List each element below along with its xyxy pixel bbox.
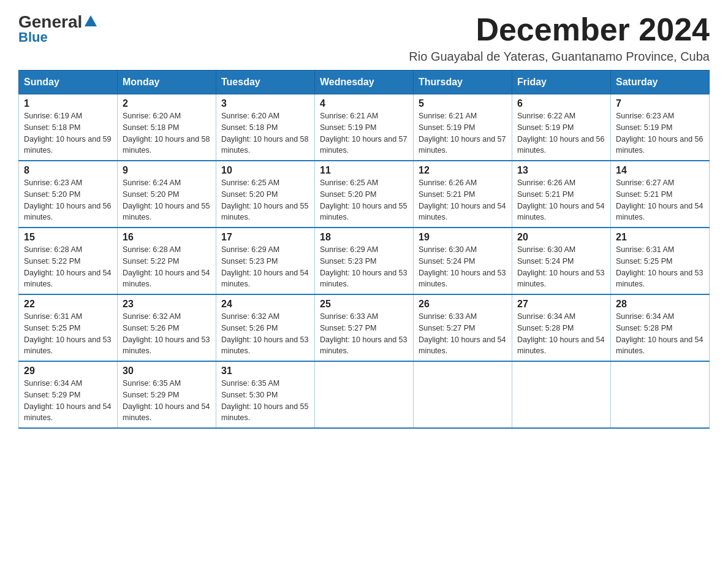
page-header: General Blue December 2024 Rio Guayabal … bbox=[18, 12, 710, 64]
calendar-week-row: 1Sunrise: 6:19 AMSunset: 5:18 PMDaylight… bbox=[19, 94, 710, 161]
calendar-cell: 1Sunrise: 6:19 AMSunset: 5:18 PMDaylight… bbox=[19, 94, 118, 161]
month-title: December 2024 bbox=[409, 12, 710, 47]
day-number: 25 bbox=[320, 299, 408, 310]
day-number: 23 bbox=[123, 299, 211, 310]
day-info: Sunrise: 6:22 AMSunset: 5:19 PMDaylight:… bbox=[517, 110, 605, 156]
day-number: 10 bbox=[221, 165, 309, 176]
day-info: Sunrise: 6:25 AMSunset: 5:20 PMDaylight:… bbox=[320, 177, 408, 223]
calendar-cell: 23Sunrise: 6:32 AMSunset: 5:26 PMDayligh… bbox=[118, 294, 216, 361]
day-info: Sunrise: 6:32 AMSunset: 5:26 PMDaylight:… bbox=[123, 311, 211, 357]
day-info: Sunrise: 6:23 AMSunset: 5:20 PMDaylight:… bbox=[24, 177, 112, 223]
calendar-cell: 30Sunrise: 6:35 AMSunset: 5:29 PMDayligh… bbox=[118, 361, 216, 428]
calendar-table: SundayMondayTuesdayWednesdayThursdayFrid… bbox=[18, 70, 710, 429]
calendar-cell: 5Sunrise: 6:21 AMSunset: 5:19 PMDaylight… bbox=[414, 94, 512, 161]
calendar-cell: 25Sunrise: 6:33 AMSunset: 5:27 PMDayligh… bbox=[315, 294, 414, 361]
day-number: 9 bbox=[123, 165, 211, 176]
day-number: 8 bbox=[24, 165, 112, 176]
day-number: 17 bbox=[221, 232, 309, 243]
day-info: Sunrise: 6:21 AMSunset: 5:19 PMDaylight:… bbox=[419, 110, 507, 156]
day-number: 16 bbox=[123, 232, 211, 243]
calendar-cell bbox=[512, 361, 611, 428]
day-number: 26 bbox=[419, 299, 507, 310]
day-number: 30 bbox=[123, 366, 211, 377]
calendar-cell: 28Sunrise: 6:34 AMSunset: 5:28 PMDayligh… bbox=[611, 294, 710, 361]
calendar-header-sunday: Sunday bbox=[19, 71, 118, 94]
day-number: 13 bbox=[517, 165, 605, 176]
calendar-cell bbox=[315, 361, 414, 428]
logo-triangle-icon bbox=[85, 15, 97, 26]
day-info: Sunrise: 6:29 AMSunset: 5:23 PMDaylight:… bbox=[320, 244, 408, 290]
calendar-header-row: SundayMondayTuesdayWednesdayThursdayFrid… bbox=[19, 71, 710, 94]
calendar-cell: 17Sunrise: 6:29 AMSunset: 5:23 PMDayligh… bbox=[216, 228, 315, 294]
day-number: 22 bbox=[24, 299, 112, 310]
calendar-cell: 16Sunrise: 6:28 AMSunset: 5:22 PMDayligh… bbox=[118, 228, 216, 294]
day-info: Sunrise: 6:33 AMSunset: 5:27 PMDaylight:… bbox=[419, 311, 507, 357]
day-number: 12 bbox=[419, 165, 507, 176]
calendar-cell: 7Sunrise: 6:23 AMSunset: 5:19 PMDaylight… bbox=[611, 94, 710, 161]
day-number: 11 bbox=[320, 165, 408, 176]
day-number: 1 bbox=[24, 98, 112, 109]
day-info: Sunrise: 6:23 AMSunset: 5:19 PMDaylight:… bbox=[616, 110, 704, 156]
calendar-header-monday: Monday bbox=[118, 71, 216, 94]
day-info: Sunrise: 6:26 AMSunset: 5:21 PMDaylight:… bbox=[419, 177, 507, 223]
day-number: 7 bbox=[616, 98, 704, 109]
day-number: 29 bbox=[24, 366, 112, 377]
day-info: Sunrise: 6:20 AMSunset: 5:18 PMDaylight:… bbox=[123, 110, 211, 156]
day-number: 6 bbox=[517, 98, 605, 109]
day-number: 31 bbox=[221, 366, 309, 377]
calendar-header-tuesday: Tuesday bbox=[216, 71, 315, 94]
calendar-cell: 8Sunrise: 6:23 AMSunset: 5:20 PMDaylight… bbox=[19, 161, 118, 228]
calendar-cell: 20Sunrise: 6:30 AMSunset: 5:24 PMDayligh… bbox=[512, 228, 611, 294]
calendar-header-saturday: Saturday bbox=[611, 71, 710, 94]
day-number: 5 bbox=[419, 98, 507, 109]
calendar-cell: 15Sunrise: 6:28 AMSunset: 5:22 PMDayligh… bbox=[19, 228, 118, 294]
calendar-header-thursday: Thursday bbox=[414, 71, 512, 94]
day-info: Sunrise: 6:21 AMSunset: 5:19 PMDaylight:… bbox=[320, 110, 408, 156]
location-title: Rio Guayabal de Yateras, Guantanamo Prov… bbox=[409, 50, 710, 64]
calendar-cell: 21Sunrise: 6:31 AMSunset: 5:25 PMDayligh… bbox=[611, 228, 710, 294]
logo: General Blue bbox=[18, 12, 97, 45]
day-info: Sunrise: 6:28 AMSunset: 5:22 PMDaylight:… bbox=[24, 244, 112, 290]
day-info: Sunrise: 6:25 AMSunset: 5:20 PMDaylight:… bbox=[221, 177, 309, 223]
calendar-week-row: 22Sunrise: 6:31 AMSunset: 5:25 PMDayligh… bbox=[19, 294, 710, 361]
day-info: Sunrise: 6:35 AMSunset: 5:29 PMDaylight:… bbox=[123, 378, 211, 424]
calendar-cell: 11Sunrise: 6:25 AMSunset: 5:20 PMDayligh… bbox=[315, 161, 414, 228]
calendar-cell: 10Sunrise: 6:25 AMSunset: 5:20 PMDayligh… bbox=[216, 161, 315, 228]
day-info: Sunrise: 6:35 AMSunset: 5:30 PMDaylight:… bbox=[221, 378, 309, 424]
calendar-cell: 13Sunrise: 6:26 AMSunset: 5:21 PMDayligh… bbox=[512, 161, 611, 228]
day-number: 20 bbox=[517, 232, 605, 243]
calendar-week-row: 15Sunrise: 6:28 AMSunset: 5:22 PMDayligh… bbox=[19, 228, 710, 294]
day-info: Sunrise: 6:20 AMSunset: 5:18 PMDaylight:… bbox=[221, 110, 309, 156]
day-info: Sunrise: 6:26 AMSunset: 5:21 PMDaylight:… bbox=[517, 177, 605, 223]
day-info: Sunrise: 6:34 AMSunset: 5:29 PMDaylight:… bbox=[24, 378, 112, 424]
day-number: 3 bbox=[221, 98, 309, 109]
day-number: 19 bbox=[419, 232, 507, 243]
day-info: Sunrise: 6:31 AMSunset: 5:25 PMDaylight:… bbox=[616, 244, 704, 290]
day-info: Sunrise: 6:30 AMSunset: 5:24 PMDaylight:… bbox=[419, 244, 507, 290]
calendar-cell bbox=[611, 361, 710, 428]
day-info: Sunrise: 6:31 AMSunset: 5:25 PMDaylight:… bbox=[24, 311, 112, 357]
day-number: 24 bbox=[221, 299, 309, 310]
calendar-cell: 3Sunrise: 6:20 AMSunset: 5:18 PMDaylight… bbox=[216, 94, 315, 161]
day-number: 14 bbox=[616, 165, 704, 176]
calendar-header-friday: Friday bbox=[512, 71, 611, 94]
calendar-cell: 31Sunrise: 6:35 AMSunset: 5:30 PMDayligh… bbox=[216, 361, 315, 428]
calendar-cell: 18Sunrise: 6:29 AMSunset: 5:23 PMDayligh… bbox=[315, 228, 414, 294]
day-info: Sunrise: 6:24 AMSunset: 5:20 PMDaylight:… bbox=[123, 177, 211, 223]
day-info: Sunrise: 6:29 AMSunset: 5:23 PMDaylight:… bbox=[221, 244, 309, 290]
calendar-cell: 26Sunrise: 6:33 AMSunset: 5:27 PMDayligh… bbox=[414, 294, 512, 361]
calendar-cell: 9Sunrise: 6:24 AMSunset: 5:20 PMDaylight… bbox=[118, 161, 216, 228]
day-number: 4 bbox=[320, 98, 408, 109]
calendar-cell: 6Sunrise: 6:22 AMSunset: 5:19 PMDaylight… bbox=[512, 94, 611, 161]
calendar-cell bbox=[414, 361, 512, 428]
day-info: Sunrise: 6:34 AMSunset: 5:28 PMDaylight:… bbox=[517, 311, 605, 357]
day-number: 15 bbox=[24, 232, 112, 243]
day-info: Sunrise: 6:28 AMSunset: 5:22 PMDaylight:… bbox=[123, 244, 211, 290]
calendar-week-row: 29Sunrise: 6:34 AMSunset: 5:29 PMDayligh… bbox=[19, 361, 710, 428]
calendar-cell: 2Sunrise: 6:20 AMSunset: 5:18 PMDaylight… bbox=[118, 94, 216, 161]
day-number: 18 bbox=[320, 232, 408, 243]
calendar-week-row: 8Sunrise: 6:23 AMSunset: 5:20 PMDaylight… bbox=[19, 161, 710, 228]
day-info: Sunrise: 6:32 AMSunset: 5:26 PMDaylight:… bbox=[221, 311, 309, 357]
day-info: Sunrise: 6:30 AMSunset: 5:24 PMDaylight:… bbox=[517, 244, 605, 290]
logo-blue-text: Blue bbox=[18, 29, 48, 45]
